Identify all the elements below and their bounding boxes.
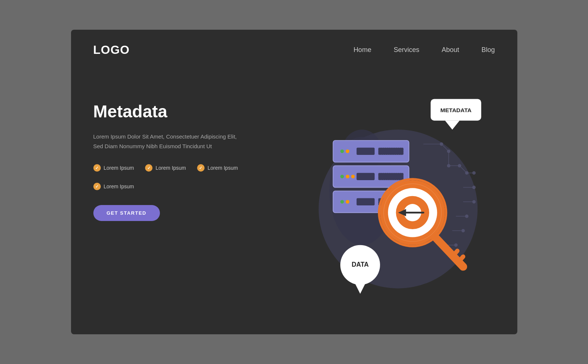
- check-icon-3: [197, 164, 205, 172]
- svg-marker-53: [445, 121, 459, 130]
- svg-point-32: [346, 175, 349, 178]
- logo: LOGO: [93, 43, 130, 57]
- svg-point-27: [346, 149, 349, 153]
- check-item-4: Lorem Ipsum: [93, 183, 134, 190]
- check-label-2: Lorem Ipsum: [155, 165, 186, 171]
- hero-title: Metadata: [93, 101, 287, 121]
- main-content: Metadata Lorem Ipsum Dolor Sit Amet, Con…: [71, 68, 517, 332]
- svg-point-26: [340, 149, 344, 153]
- svg-rect-35: [378, 173, 404, 180]
- cta-button[interactable]: GET STARTED: [93, 205, 160, 221]
- illustration-panel: METADATA DATA: [287, 79, 495, 332]
- header: LOGO Home Services About Blog: [71, 30, 517, 68]
- svg-point-22: [462, 229, 465, 232]
- page-container: LOGO Home Services About Blog Metadata L…: [71, 30, 517, 334]
- nav-about[interactable]: About: [441, 46, 459, 54]
- svg-point-16: [472, 186, 475, 189]
- check-label-3: Lorem Ipsum: [208, 165, 238, 171]
- svg-text:METADATA: METADATA: [440, 107, 472, 113]
- check-label-1: Lorem Ipsum: [104, 165, 134, 171]
- check-item-2: Lorem Ipsum: [145, 164, 186, 172]
- nav-home[interactable]: Home: [353, 46, 371, 54]
- svg-marker-56: [353, 279, 367, 294]
- svg-point-37: [340, 200, 344, 204]
- svg-rect-39: [356, 198, 375, 205]
- nav-services[interactable]: Services: [393, 46, 419, 54]
- check-icon-4: [93, 183, 101, 190]
- left-panel: Metadata Lorem Ipsum Dolor Sit Amet, Con…: [93, 79, 287, 332]
- svg-point-24: [454, 244, 457, 247]
- hero-description: Lorem Ipsum Dolor Sit Amet, Consectetuer…: [93, 132, 242, 151]
- navigation: Home Services About Blog: [353, 46, 495, 54]
- svg-point-38: [346, 200, 349, 204]
- svg-rect-29: [378, 148, 404, 155]
- check-label-4: Lorem Ipsum: [104, 183, 134, 189]
- svg-point-14: [472, 172, 475, 175]
- check-item-1: Lorem Ipsum: [93, 164, 134, 172]
- illustration-svg: METADATA DATA: [287, 79, 495, 332]
- check-icon-2: [145, 164, 152, 172]
- svg-text:DATA: DATA: [351, 261, 369, 268]
- svg-rect-34: [356, 173, 375, 180]
- nav-blog[interactable]: Blog: [481, 46, 495, 54]
- svg-point-31: [340, 175, 344, 178]
- svg-point-20: [465, 215, 468, 218]
- svg-point-33: [351, 175, 355, 178]
- svg-point-18: [472, 200, 475, 203]
- checklist: Lorem Ipsum Lorem Ipsum Lorem Ipsum Lore…: [93, 164, 287, 190]
- check-icon-1: [93, 164, 101, 172]
- check-item-3: Lorem Ipsum: [197, 164, 238, 172]
- svg-rect-28: [356, 148, 375, 155]
